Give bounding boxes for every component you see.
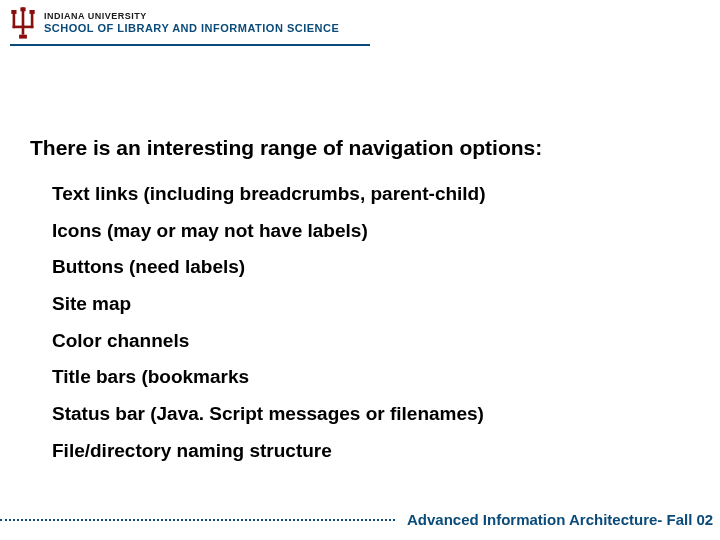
slide-content: There is an interesting range of navigat… bbox=[0, 46, 720, 464]
slide-footer: Advanced Information Architecture- Fall … bbox=[0, 511, 720, 528]
list-item: Color channels bbox=[52, 329, 690, 354]
list-item: Buttons (need labels) bbox=[52, 255, 690, 280]
list-item: Title bars (bookmarks bbox=[52, 365, 690, 390]
list-item: Site map bbox=[52, 292, 690, 317]
footer-text: Advanced Information Architecture- Fall … bbox=[407, 511, 713, 528]
svg-rect-6 bbox=[13, 26, 34, 29]
list-item: Text links (including breadcrumbs, paren… bbox=[52, 182, 690, 207]
university-name: INDIANA UNIVERSITY bbox=[44, 12, 339, 22]
iu-trident-icon bbox=[10, 6, 36, 40]
list-item: Icons (may or may not have labels) bbox=[52, 219, 690, 244]
slide-heading: There is an interesting range of navigat… bbox=[30, 136, 690, 160]
list-item: File/directory naming structure bbox=[52, 439, 690, 464]
svg-rect-3 bbox=[31, 10, 34, 28]
svg-rect-5 bbox=[22, 7, 25, 34]
svg-rect-7 bbox=[19, 35, 27, 39]
footer-dotted-line bbox=[0, 519, 395, 521]
slide-header: INDIANA UNIVERSITY SCHOOL OF LIBRARY AND… bbox=[0, 0, 720, 44]
svg-rect-1 bbox=[13, 10, 16, 28]
header-text-block: INDIANA UNIVERSITY SCHOOL OF LIBRARY AND… bbox=[44, 12, 339, 34]
school-name: SCHOOL OF LIBRARY AND INFORMATION SCIENC… bbox=[44, 22, 339, 34]
list-item: Status bar (Java. Script messages or fil… bbox=[52, 402, 690, 427]
